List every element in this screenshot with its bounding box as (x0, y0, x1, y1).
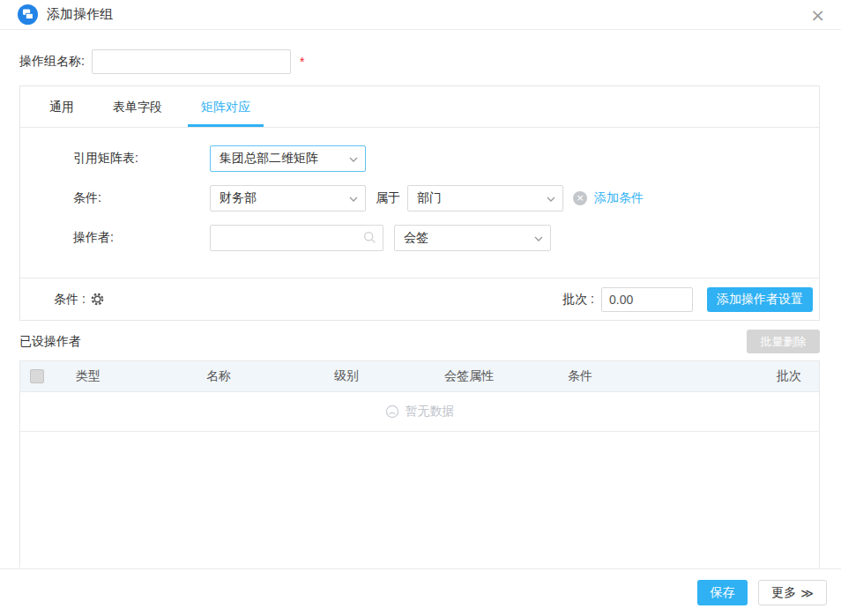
column-level: 级别 (334, 368, 444, 384)
empty-state: 暂无数据 (20, 392, 819, 432)
belong-label: 属于 (376, 190, 400, 206)
operators-table: 类型 名称 级别 会签属性 条件 批次 暂无数据 (19, 360, 820, 568)
dialog-body: 操作组名称: * 通用 表单字段 矩阵对应 引用矩阵表: 集团总部二维矩阵 (0, 49, 841, 568)
column-sign-attribute: 会签属性 (444, 368, 568, 384)
column-type: 类型 (76, 368, 206, 384)
header-checkbox-cell (20, 369, 76, 383)
condition-value-select-value: 财务部 (220, 190, 257, 206)
matrix-table-row: 引用矩阵表: 集团总部二维矩阵 (73, 145, 819, 172)
sign-type-select-value: 会签 (404, 230, 428, 246)
matrix-table-select-value: 集团总部二维矩阵 (220, 151, 318, 167)
operator-search-box (210, 225, 383, 251)
tab-bar: 通用 表单字段 矩阵对应 (20, 86, 819, 128)
belong-type-select[interactable]: 部门 (407, 185, 563, 212)
condition-label: 条件: (73, 190, 210, 206)
sign-type-select[interactable]: 会签 (394, 225, 551, 251)
chevron-down-icon (349, 157, 358, 162)
app-logo-icon (18, 4, 38, 25)
operator-label: 操作者: (73, 230, 210, 246)
more-button[interactable]: 更多 ≫ (758, 580, 827, 605)
search-icon (363, 231, 376, 244)
chevron-down-icon (534, 236, 543, 241)
condition-row: 条件: 财务部 属于 部门 × 添加条件 (73, 185, 819, 212)
matrix-table-label: 引用矩阵表: (73, 151, 210, 167)
batch-input[interactable] (601, 287, 693, 312)
operator-search-input[interactable] (210, 225, 383, 251)
required-mark: * (300, 55, 304, 69)
chevron-down-icon (547, 197, 555, 202)
tab-form-fields[interactable]: 表单字段 (100, 86, 175, 127)
condition-settings-row: 条件 : 批次 : 添加操作者设置 (20, 278, 819, 320)
group-name-label: 操作组名称: (19, 54, 85, 70)
condition-settings-left: 条件 : (54, 292, 105, 308)
operators-section-title: 已设操作者 (19, 334, 81, 350)
column-name: 名称 (206, 368, 334, 384)
group-name-input[interactable] (92, 49, 291, 74)
operators-bar: 已设操作者 批量删除 (19, 330, 820, 353)
dialog-header: 添加操作组 × (0, 0, 841, 30)
settings-panel: 通用 表单字段 矩阵对应 引用矩阵表: 集团总部二维矩阵 条件: (19, 85, 820, 321)
tab-matrix-mapping[interactable]: 矩阵对应 (188, 86, 264, 127)
more-button-label: 更多 (771, 585, 796, 601)
add-operator-settings-button[interactable]: 添加操作者设置 (707, 287, 813, 312)
condition-value-select[interactable]: 财务部 (210, 185, 366, 212)
matrix-table-select[interactable]: 集团总部二维矩阵 (210, 145, 366, 172)
condition-settings-label: 条件 : (54, 292, 86, 308)
column-batch: 批次 (722, 368, 801, 384)
dialog-footer: 保存 更多 ≫ (0, 568, 841, 616)
add-condition-link[interactable]: 添加条件 (594, 190, 644, 206)
select-all-checkbox[interactable] (30, 369, 44, 383)
frown-icon (385, 404, 399, 419)
chevron-down-icon (349, 197, 358, 202)
double-chevron-right-icon: ≫ (800, 586, 814, 600)
belong-type-select-value: 部门 (417, 190, 442, 206)
close-icon[interactable]: × (807, 6, 829, 24)
tab-general[interactable]: 通用 (36, 86, 87, 127)
batch-delete-button[interactable]: 批量删除 (747, 330, 820, 353)
remove-condition-icon[interactable]: × (573, 191, 587, 205)
operator-row: 操作者: 会签 (73, 225, 819, 251)
save-button[interactable]: 保存 (697, 580, 748, 605)
empty-state-text: 暂无数据 (406, 404, 455, 419)
add-operation-group-dialog: 添加操作组 × 操作组名称: * 通用 表单字段 矩阵对应 引用矩阵表: 集团总… (0, 0, 841, 616)
column-condition: 条件 (568, 368, 722, 384)
dialog-title: 添加操作组 (47, 6, 113, 23)
batch-label: 批次 : (562, 292, 594, 308)
operators-table-header: 类型 名称 级别 会签属性 条件 批次 (20, 361, 819, 392)
group-name-row: 操作组名称: * (19, 49, 820, 74)
gear-icon[interactable] (90, 292, 105, 307)
matrix-form: 引用矩阵表: 集团总部二维矩阵 条件: 财务部 (20, 128, 819, 278)
